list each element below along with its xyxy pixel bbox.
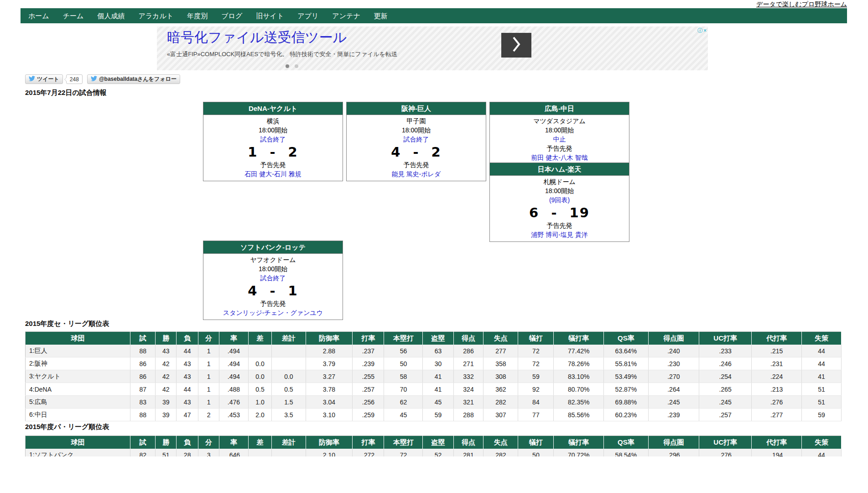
twitter-bird-icon xyxy=(91,75,97,83)
stat-cell: 84 xyxy=(518,396,554,409)
nav-link-9[interactable]: 更新 xyxy=(367,8,395,23)
stat-cell: 282 xyxy=(483,396,518,409)
nav-link-5[interactable]: ブログ xyxy=(214,8,249,23)
stat-cell: .277 xyxy=(752,409,802,421)
column-header-14: 犠打 xyxy=(518,436,554,449)
stat-cell: 1.5 xyxy=(272,396,306,409)
tweet-count-badge[interactable]: 248 xyxy=(66,74,83,84)
stat-cell: 80.70% xyxy=(554,383,604,396)
stat-cell: 44 xyxy=(802,345,842,357)
game-card-hiroshima-chunichi: 広島-中日 マツダスタジアム 18:00開始 中止 予告先発 前田 健太-八木 … xyxy=(489,102,629,165)
stat-cell: 58.54% xyxy=(604,449,648,456)
stat-cell: 70.72% xyxy=(554,449,604,456)
stat-cell: 362 xyxy=(483,383,518,396)
ad-next-button[interactable] xyxy=(501,33,531,58)
stat-cell: 2.88 xyxy=(306,345,353,357)
stat-cell: 63 xyxy=(423,345,453,357)
stat-cell: .239 xyxy=(648,409,699,421)
stat-cell: .213 xyxy=(752,383,802,396)
stat-cell: 0.0 xyxy=(272,370,306,383)
navbar: ホームチーム個人成績アラカルト年度別ブログ旧サイトアプリアンテナ更新 xyxy=(21,8,847,23)
follow-button[interactable]: @baseballdataさんをフォロー xyxy=(87,74,180,84)
stat-cell: 87 xyxy=(130,383,156,396)
game-stadium: 横浜 xyxy=(203,116,343,126)
stat-cell: 3.79 xyxy=(306,357,353,370)
nav-item-4: 年度別 xyxy=(180,8,214,23)
stat-cell: 78.26% xyxy=(554,357,604,370)
ad-title-link[interactable]: 暗号化ファイル送受信ツール xyxy=(167,28,347,47)
stat-cell: 308 xyxy=(483,370,518,383)
stat-cell: 2 xyxy=(198,409,219,421)
nav-item-3: アラカルト xyxy=(131,8,180,23)
ad-choices: ⓘ × xyxy=(697,27,707,34)
adchoices-icon[interactable]: ⓘ xyxy=(697,27,703,34)
column-header-0: 球団 xyxy=(26,332,130,345)
game-starters-link[interactable]: 浦野 博司-塩見 貴洋 xyxy=(490,230,629,239)
team-cell: 4:DeNA xyxy=(26,383,130,396)
stat-cell: .259 xyxy=(353,409,384,421)
stat-cell: 39 xyxy=(156,409,177,421)
nav-item-6: 旧サイト xyxy=(249,8,291,23)
nav-link-4[interactable]: 年度別 xyxy=(180,8,214,23)
stat-cell: 0.5 xyxy=(248,383,271,396)
game-status-link[interactable]: (9回表) xyxy=(490,195,629,205)
stat-cell: 30 xyxy=(423,357,453,370)
standings-header-row: 球団試勝負分率差差計防御率打率本塁打盗塁得点失点犠打犠打率QS率得点圏UC打率代… xyxy=(26,332,842,345)
ad-close-icon[interactable]: × xyxy=(703,27,707,34)
nav-link-7[interactable]: アプリ xyxy=(291,8,325,23)
stat-cell: .264 xyxy=(648,383,699,396)
nav-link-0[interactable]: ホーム xyxy=(21,8,56,23)
tweet-button[interactable]: ツイート xyxy=(25,74,63,84)
carousel-dot-active[interactable] xyxy=(286,64,289,68)
stat-cell: 47 xyxy=(177,409,198,421)
nav-item-8: アンテナ xyxy=(325,8,367,23)
nav-link-1[interactable]: チーム xyxy=(56,8,91,23)
nav-link-8[interactable]: アンテナ xyxy=(325,8,367,23)
carousel-dot[interactable] xyxy=(295,64,298,68)
game-stadium: 甲子園 xyxy=(347,116,486,126)
stat-cell: 72 xyxy=(518,357,554,370)
game-start-time: 18:00開始 xyxy=(203,264,343,273)
game-start-time: 18:00開始 xyxy=(490,186,629,195)
game-stadium: ヤフオクドーム xyxy=(203,255,343,264)
stat-cell xyxy=(272,345,306,357)
game-start-time: 18:00開始 xyxy=(490,126,629,135)
stat-cell: 88 xyxy=(130,345,156,357)
stat-cell: .246 xyxy=(699,357,752,370)
team-cell: 2:阪神 xyxy=(26,357,130,370)
game-starters-link[interactable]: 石田 健大-石川 雅規 xyxy=(203,169,343,178)
stat-cell: 69.88% xyxy=(604,396,648,409)
stat-cell: 1.0 xyxy=(248,396,271,409)
starters-label: 予告先発 xyxy=(203,160,343,169)
standings-row: 4:DeNA8742441.4880.50.53.78.257704132436… xyxy=(26,383,842,396)
nav-item-0: ホーム xyxy=(21,8,56,23)
stat-cell xyxy=(272,449,306,456)
standings-row: 5:広島8339431.4761.01.53.04.25662453212828… xyxy=(26,396,842,409)
stat-cell: .256 xyxy=(353,396,384,409)
nav-link-2[interactable]: 個人成績 xyxy=(90,8,131,23)
column-header-20: 失策 xyxy=(802,436,842,449)
standings-row: 6:中日8839472.4532.03.53.10.25945592883077… xyxy=(26,409,842,421)
game-status-link[interactable]: 中止 xyxy=(490,135,629,144)
column-header-7: 差計 xyxy=(272,436,306,449)
game-starters-link[interactable]: 前田 健太-八木 智哉 xyxy=(490,153,629,162)
nav-item-7: アプリ xyxy=(291,8,325,23)
navbar-list: ホームチーム個人成績アラカルト年度別ブログ旧サイトアプリアンテナ更新 xyxy=(21,8,847,23)
nav-link-3[interactable]: アラカルト xyxy=(131,8,180,23)
game-status-link[interactable]: 試合終了 xyxy=(347,135,486,144)
nav-link-6[interactable]: 旧サイト xyxy=(249,8,291,23)
game-stadium: マツダスタジアム xyxy=(490,116,629,126)
starters-label: 予告先発 xyxy=(203,299,343,308)
column-header-18: UC打率 xyxy=(699,332,752,345)
game-card-title: ソフトバンク-ロッテ xyxy=(203,241,343,254)
game-starters-link[interactable]: スタンリッジ-チェン・グァンユウ xyxy=(203,308,343,317)
stat-cell: 43 xyxy=(177,396,198,409)
stat-cell: .494 xyxy=(219,370,249,383)
game-status-link[interactable]: 試合終了 xyxy=(203,273,343,283)
game-starters-link[interactable]: 能見 篤史-ポレダ xyxy=(347,169,486,178)
game-status-link[interactable]: 試合終了 xyxy=(203,135,343,144)
site-home-link[interactable]: データで楽しむプロ野球ホーム xyxy=(756,0,847,9)
stat-cell xyxy=(248,345,271,357)
column-header-16: QS率 xyxy=(604,436,648,449)
team-cell: 5:広島 xyxy=(26,396,130,409)
